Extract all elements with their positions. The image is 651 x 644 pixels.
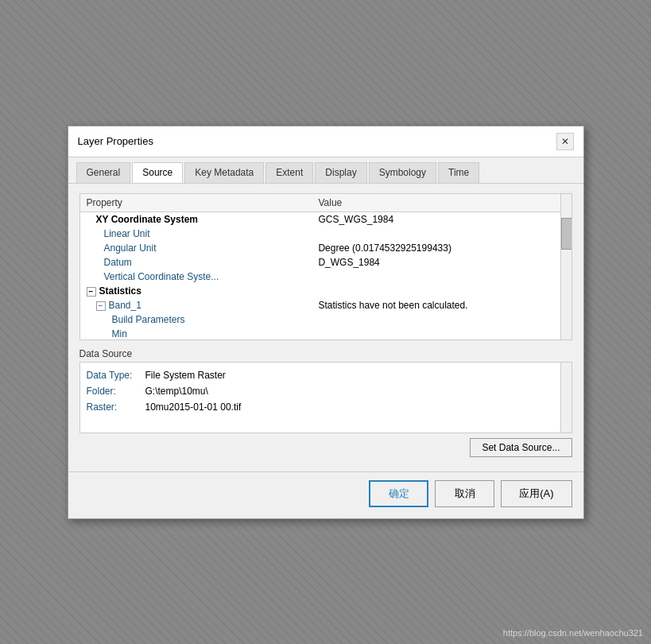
- col-value: Value: [312, 194, 571, 212]
- prop-section-statistics: −Statistics: [80, 284, 572, 298]
- watermark: https://blog.csdn.net/wenhaochu321: [503, 628, 643, 638]
- set-source-row: Set Data Source...: [79, 438, 572, 457]
- table-row: Min: [80, 327, 572, 340]
- prop-name-datum: Datum: [80, 255, 312, 270]
- ok-button[interactable]: 确定: [369, 480, 428, 507]
- table-row: XY Coordinate System GCS_WGS_1984: [80, 211, 572, 227]
- close-button[interactable]: ✕: [556, 133, 574, 150]
- title-bar: Layer Properties ✕: [68, 126, 583, 157]
- tab-display[interactable]: Display: [315, 162, 366, 183]
- ds-row-type: Data Type: File System Raster: [87, 367, 565, 383]
- collapse-icon[interactable]: −: [87, 287, 96, 297]
- prop-value-datum: D_WGS_1984: [312, 255, 571, 270]
- prop-value-xy: GCS_WGS_1984: [312, 211, 571, 227]
- ds-row-raster: Raster: 10mu2015-01-01 00.tif: [87, 399, 565, 415]
- ds-val-folder: G:\temp\10mu\: [145, 383, 208, 399]
- data-source-box: Data Type: File System Raster Folder: G:…: [79, 362, 572, 433]
- data-source-label: Data Source: [79, 348, 572, 359]
- dialog-footer: 确定 取消 应用(A): [68, 471, 583, 518]
- tab-symbology[interactable]: Symbology: [369, 162, 436, 183]
- tabs-row: General Source Key Metadata Extent Displ…: [68, 157, 583, 184]
- ds-key-raster: Raster:: [87, 399, 142, 415]
- ds-val-type: File System Raster: [145, 367, 226, 383]
- layer-properties-dialog: Layer Properties ✕ General Source Key Me…: [68, 126, 584, 519]
- table-row: Linear Unit: [80, 227, 572, 241]
- prop-value-linear: [312, 227, 571, 241]
- apply-button[interactable]: 应用(A): [501, 480, 572, 507]
- ds-key-type: Data Type:: [87, 367, 142, 383]
- tab-source[interactable]: Source: [132, 162, 183, 183]
- prop-name-linear: Linear Unit: [80, 227, 312, 241]
- prop-name-min: Min: [80, 327, 312, 340]
- ds-row-folder: Folder: G:\temp\10mu\: [87, 383, 565, 399]
- scrollbar-track[interactable]: [560, 194, 572, 339]
- prop-name-build: Build Parameters: [80, 312, 312, 327]
- ds-key-folder: Folder:: [87, 383, 142, 399]
- table-row: Datum D_WGS_1984: [80, 255, 572, 270]
- dialog-body: Property Value XY Coordinate System GCS_…: [68, 184, 583, 471]
- table-row: Angular Unit Degree (0.0174532925199433): [80, 241, 572, 255]
- tab-extent[interactable]: Extent: [265, 162, 313, 183]
- col-property: Property: [80, 194, 312, 212]
- tab-general[interactable]: General: [76, 162, 131, 183]
- cancel-button[interactable]: 取消: [435, 480, 494, 507]
- property-table-container[interactable]: Property Value XY Coordinate System GCS_…: [79, 193, 572, 340]
- band1-collapse-icon[interactable]: −: [96, 301, 106, 311]
- property-table: Property Value XY Coordinate System GCS_…: [80, 194, 572, 340]
- prop-name-angular: Angular Unit: [80, 241, 312, 255]
- prop-value-build: [312, 312, 571, 327]
- prop-value-vertical: [312, 270, 571, 284]
- set-data-source-button[interactable]: Set Data Source...: [470, 438, 572, 457]
- prop-value-min: [312, 327, 571, 340]
- table-row-statistics: −Statistics: [80, 284, 572, 298]
- table-row: Build Parameters: [80, 312, 572, 327]
- scrollbar-thumb[interactable]: [561, 218, 572, 250]
- table-row: −Band_1 Statistics have not been calcula…: [80, 298, 572, 312]
- tab-time[interactable]: Time: [438, 162, 479, 183]
- prop-value-angular: Degree (0.0174532925199433): [312, 241, 571, 255]
- ds-val-raster: 10mu2015-01-01 00.tif: [145, 399, 242, 415]
- tab-key-metadata[interactable]: Key Metadata: [184, 162, 264, 183]
- ds-scrollbar[interactable]: [560, 363, 572, 433]
- dialog-title: Layer Properties: [78, 135, 153, 147]
- prop-value-band1: Statistics have not been calculated.: [312, 298, 571, 312]
- table-row: Vertical Coordinate Syste...: [80, 270, 572, 284]
- prop-name-vertical: Vertical Coordinate Syste...: [80, 270, 312, 284]
- prop-name-band1: −Band_1: [80, 298, 312, 312]
- prop-name-xy: XY Coordinate System: [80, 211, 312, 227]
